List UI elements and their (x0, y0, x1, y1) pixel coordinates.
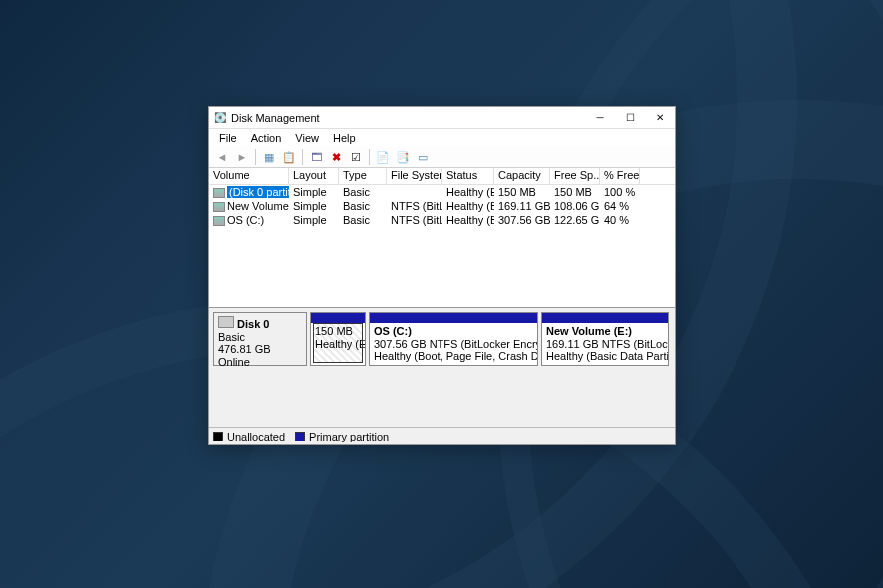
disk-row[interactable]: Disk 0 Basic 476.81 GB Online 150 MBHeal… (213, 312, 671, 366)
partition-size: 150 MB (315, 325, 353, 337)
volume-name: (Disk 0 partition 1) (227, 186, 289, 198)
col-freespace[interactable]: Free Sp... (550, 168, 600, 184)
back-icon: ◄ (213, 148, 231, 166)
volume-row[interactable]: OS (C:)SimpleBasicNTFS (BitLo...Healthy … (209, 213, 675, 227)
view-icon[interactable]: ▭ (414, 148, 432, 166)
col-filesystem[interactable]: File System (387, 168, 442, 184)
partition-info: Healthy (Boot, Page File, Crash Dump, Ba… (374, 350, 537, 362)
partition-block[interactable]: OS (C:)307.56 GB NTFS (BitLocker Encrypt… (369, 312, 538, 366)
partition-header-bar (542, 313, 668, 323)
cell-free: 108.06 GB (550, 200, 600, 212)
volume-list[interactable]: Volume Layout Type File System Status Ca… (209, 168, 675, 308)
cell-free: 150 MB (550, 186, 600, 198)
cell-capacity: 150 MB (494, 186, 550, 198)
partition-block[interactable]: New Volume (E:)169.11 GB NTFS (BitLocker… (541, 312, 669, 366)
disk-size: 476.81 GB (218, 343, 271, 355)
menubar: File Action View Help (209, 129, 675, 147)
settings-icon[interactable]: 🗔 (307, 148, 325, 166)
menu-view[interactable]: View (289, 131, 325, 145)
cell-fs: NTFS (BitLo... (387, 200, 442, 212)
partition-size: 307.56 GB NTFS (BitLocker Encrypted) (374, 338, 537, 350)
cell-status: Healthy (B... (442, 214, 494, 226)
legend-primary: Primary partition (309, 431, 389, 442)
legend-swatch-unallocated (213, 432, 223, 441)
menu-file[interactable]: File (213, 131, 243, 145)
disk-icon (218, 316, 234, 328)
disk-label[interactable]: Disk 0 Basic 476.81 GB Online (213, 312, 307, 366)
col-capacity[interactable]: Capacity (494, 168, 550, 184)
delete-icon[interactable]: ✖ (327, 148, 345, 166)
col-pctfree[interactable]: % Free (600, 168, 640, 184)
col-type[interactable]: Type (339, 168, 387, 184)
cell-capacity: 307.56 GB (494, 214, 550, 226)
legend: Unallocated Primary partition (209, 427, 675, 444)
partition-size: 169.11 GB NTFS (BitLocker Encrypted) (546, 338, 668, 350)
col-spacer (640, 168, 675, 184)
cell-pct: 64 % (600, 200, 640, 212)
partition-title: New Volume (E:) (546, 325, 632, 337)
drive-icon (213, 216, 225, 226)
volume-list-header: Volume Layout Type File System Status Ca… (209, 168, 675, 185)
menu-action[interactable]: Action (245, 131, 288, 145)
separator (255, 149, 256, 165)
window-title: Disk Management (231, 112, 585, 124)
refresh-icon[interactable]: 📋 (280, 148, 298, 166)
close-button[interactable]: ✕ (645, 107, 675, 129)
minimize-button[interactable]: ─ (585, 107, 615, 129)
app-icon: 💽 (213, 111, 227, 125)
cell-free: 122.65 GB (550, 214, 600, 226)
disk-name: Disk 0 (237, 318, 269, 330)
partition-header-bar (370, 313, 537, 323)
cell-status: Healthy (E... (442, 186, 494, 198)
cell-type: Basic (339, 200, 387, 212)
cell-type: Basic (339, 186, 387, 198)
cell-layout: Simple (289, 200, 339, 212)
col-layout[interactable]: Layout (289, 168, 339, 184)
toolbar: ◄ ► ▦ 📋 🗔 ✖ ☑ 📄 📑 ▭ (209, 147, 675, 168)
help-icon[interactable]: 📄 (374, 148, 392, 166)
volume-name: New Volume (E:) (227, 200, 289, 212)
cell-pct: 40 % (600, 214, 640, 226)
cell-layout: Simple (289, 214, 339, 226)
partition-block[interactable]: 150 MBHealthy (EFI Syste (310, 312, 366, 366)
disk-type: Basic (218, 331, 245, 343)
cell-layout: Simple (289, 186, 339, 198)
volume-row[interactable]: New Volume (E:)SimpleBasicNTFS (BitLo...… (209, 199, 675, 213)
menu-help[interactable]: Help (327, 131, 362, 145)
cell-status: Healthy (B... (442, 200, 494, 212)
partition-header-bar (311, 313, 365, 323)
partition-title: OS (C:) (374, 325, 412, 337)
col-volume[interactable]: Volume (209, 168, 289, 184)
col-status[interactable]: Status (442, 168, 494, 184)
maximize-button[interactable]: ☐ (615, 107, 645, 129)
legend-unallocated: Unallocated (227, 431, 285, 442)
action-icon[interactable]: 📑 (394, 148, 412, 166)
separator (302, 149, 303, 165)
separator (369, 149, 370, 165)
properties-icon[interactable]: ☑ (347, 148, 365, 166)
volume-row[interactable]: (Disk 0 partition 1)SimpleBasicHealthy (… (209, 185, 675, 199)
show-hide-tree-icon[interactable]: ▦ (260, 148, 278, 166)
partition-info: Healthy (EFI Syste (315, 338, 365, 350)
graphical-view: Disk 0 Basic 476.81 GB Online 150 MBHeal… (209, 308, 675, 427)
cell-type: Basic (339, 214, 387, 226)
cell-pct: 100 % (600, 186, 640, 198)
partition-info: Healthy (Basic Data Partition) (546, 350, 668, 362)
drive-icon (213, 188, 225, 198)
cell-capacity: 169.11 GB (494, 200, 550, 212)
cell-fs: NTFS (BitLo... (387, 214, 442, 226)
titlebar[interactable]: 💽 Disk Management ─ ☐ ✕ (209, 107, 675, 129)
disk-management-window: 💽 Disk Management ─ ☐ ✕ File Action View… (208, 106, 676, 445)
forward-icon: ► (233, 148, 251, 166)
volume-name: OS (C:) (227, 214, 264, 226)
drive-icon (213, 202, 225, 212)
legend-swatch-primary (295, 432, 305, 441)
